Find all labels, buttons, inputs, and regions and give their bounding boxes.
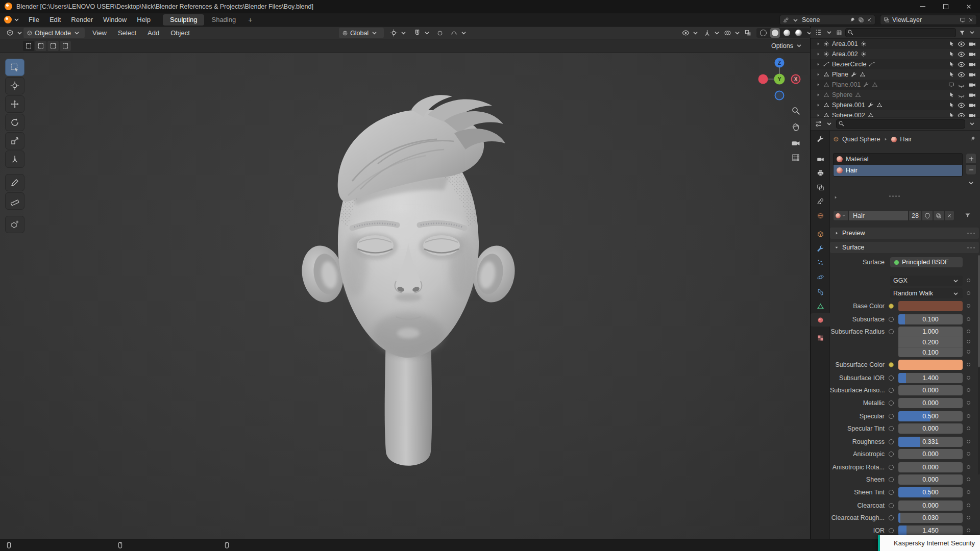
expand-icon[interactable]: [816, 113, 821, 117]
animate-dot[interactable]: [967, 490, 970, 494]
anisotropic-slider[interactable]: 0.000: [898, 449, 963, 459]
hide-viewport-eye-closed-icon[interactable]: [958, 91, 965, 99]
disable-render-camera-icon[interactable]: [968, 40, 976, 48]
surface-panel-header[interactable]: Surface: [830, 242, 979, 253]
tab-object[interactable]: [813, 228, 828, 241]
subsurface-anisotropy-slider[interactable]: 0.000: [898, 385, 963, 395]
animate-dot[interactable]: [967, 317, 970, 321]
object-name[interactable]: Area.001: [832, 40, 858, 47]
shading-solid-button[interactable]: [770, 28, 780, 38]
animate-dot[interactable]: [967, 465, 970, 469]
radius-z-field[interactable]: 0.100: [898, 347, 963, 357]
outliner-row-sphere-001[interactable]: Sphere.001: [811, 100, 980, 110]
pin-icon[interactable]: [849, 17, 855, 23]
close-button[interactable]: [957, 0, 980, 13]
roughness-slider[interactable]: 0.331: [898, 437, 963, 447]
animate-dot[interactable]: [967, 291, 970, 295]
sheen-slider[interactable]: 0.000: [898, 474, 963, 485]
tab-tool[interactable]: [813, 132, 828, 145]
add-slot-button[interactable]: [966, 153, 976, 164]
viewport-canvas[interactable]: Z X Y: [0, 53, 810, 539]
expand-icon[interactable]: [816, 82, 821, 87]
unlink-material-button[interactable]: [944, 210, 954, 221]
animate-dot[interactable]: [967, 376, 970, 380]
expand-icon[interactable]: [816, 103, 821, 108]
hide-viewport-eye-icon[interactable]: [958, 61, 965, 68]
subsurface-slider[interactable]: 0.100: [898, 314, 963, 324]
hide-viewport-eye-icon[interactable]: [958, 71, 965, 79]
object-name[interactable]: Sphere.001: [832, 102, 865, 109]
fake-user-button[interactable]: [922, 210, 933, 221]
tool-add-cube[interactable]: [5, 216, 24, 233]
menu-add[interactable]: Add: [142, 27, 165, 39]
menu-view[interactable]: View: [87, 27, 112, 39]
clearcoat-slider[interactable]: 0.000: [898, 500, 963, 511]
perspective-toggle-button[interactable]: [791, 153, 801, 163]
tool-cursor[interactable]: [5, 77, 24, 94]
tool-measure[interactable]: [5, 192, 24, 210]
object-name[interactable]: Area.002: [832, 51, 858, 58]
chevron-down-icon[interactable]: [825, 29, 833, 36]
options-dropdown[interactable]: Options: [768, 40, 806, 51]
chevron-down-icon[interactable]: [968, 29, 976, 36]
hide-viewport-eye-icon[interactable]: [958, 40, 965, 48]
breadcrumb-material[interactable]: Hair: [900, 136, 912, 143]
shading-wireframe-button[interactable]: [758, 28, 768, 38]
tab-physics[interactable]: [813, 270, 828, 284]
animate-dot[interactable]: [967, 452, 970, 456]
outliner-row-sphere[interactable]: Sphere: [811, 90, 980, 100]
navigation-gizmo[interactable]: Z X Y: [756, 56, 803, 103]
hide-viewport-eye-icon[interactable]: [958, 51, 965, 58]
expand-icon[interactable]: [816, 72, 821, 77]
outliner-row-plane-001[interactable]: Plane.001: [811, 80, 980, 90]
app-menu-button[interactable]: [0, 16, 23, 23]
tool-annotate[interactable]: [5, 174, 24, 191]
shading-material-button[interactable]: [782, 28, 792, 38]
chevron-down-icon[interactable]: [968, 120, 976, 128]
radius-y-field[interactable]: 0.200: [898, 337, 963, 347]
add-workspace-button[interactable]: +: [243, 16, 257, 24]
animate-dot[interactable]: [967, 279, 970, 282]
selectable-toggle-icon[interactable]: [948, 92, 954, 98]
mode-dropdown[interactable]: Object Mode: [23, 28, 85, 38]
disable-render-camera-icon[interactable]: [968, 51, 976, 58]
animate-dot[interactable]: [967, 478, 970, 481]
tool-move[interactable]: [5, 95, 24, 113]
slot-hair[interactable]: Hair: [834, 165, 962, 176]
menu-select[interactable]: Select: [112, 27, 142, 39]
sheen-tint-slider[interactable]: 0.500: [898, 487, 963, 497]
selectable-toggle-icon[interactable]: [948, 51, 954, 57]
animate-dot[interactable]: [967, 414, 970, 418]
disable-render-camera-icon[interactable]: [968, 61, 976, 68]
zoom-button[interactable]: [791, 106, 801, 116]
hide-viewport-eye-icon[interactable]: [958, 102, 965, 109]
disable-render-camera-icon[interactable]: [968, 81, 976, 89]
animate-dot[interactable]: [967, 504, 970, 507]
workspace-tab-sculpting[interactable]: Sculpting: [163, 14, 204, 26]
chevron-down-icon[interactable]: [792, 16, 799, 24]
minimize-button[interactable]: [911, 0, 934, 13]
unlink-icon[interactable]: [968, 17, 973, 22]
properties-editor-icon[interactable]: [815, 120, 822, 128]
drag-handle[interactable]: [967, 233, 975, 234]
tab-modifiers[interactable]: [813, 242, 828, 255]
tab-output[interactable]: [813, 166, 828, 180]
tool-rotate[interactable]: [5, 114, 24, 131]
pan-button[interactable]: [791, 122, 801, 132]
tab-particles[interactable]: [813, 256, 828, 269]
menu-render[interactable]: Render: [66, 13, 98, 27]
select-mode-new-button[interactable]: [23, 41, 34, 51]
animate-dot[interactable]: [967, 340, 970, 343]
tab-texture[interactable]: [813, 331, 828, 344]
viewport-3d[interactable]: Object Mode View Select Add Object Globa…: [0, 27, 811, 539]
tab-material[interactable]: [811, 313, 830, 327]
remove-slot-button[interactable]: [966, 164, 976, 175]
shader-node-button[interactable]: Principled BSDF: [890, 257, 963, 267]
outliner-row-sphere-002[interactable]: Sphere.002: [811, 110, 980, 117]
proportional-edit-toggle[interactable]: [434, 28, 446, 38]
outliner-search-input[interactable]: [845, 28, 956, 37]
screen-icon[interactable]: [960, 17, 966, 23]
slot-specials-button[interactable]: [966, 178, 976, 188]
selectable-toggle-icon[interactable]: [948, 41, 954, 47]
outliner-row-area-001[interactable]: Area.001: [811, 39, 980, 49]
